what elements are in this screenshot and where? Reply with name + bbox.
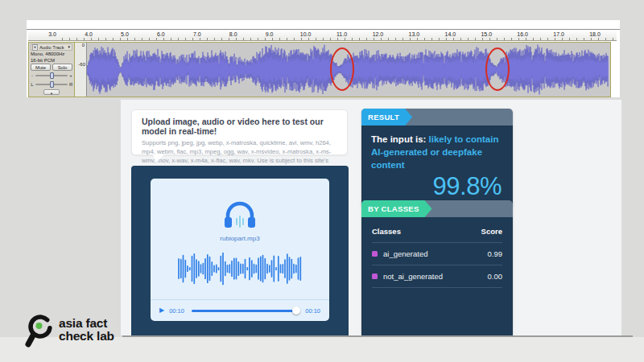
class-row-not-ai-generated: not_ai_generated 0.00	[372, 265, 502, 287]
detector-webpage: Upload image, audio or video here to tes…	[121, 100, 621, 335]
class-row-ai-generated: ai_generated 0.99	[372, 243, 502, 265]
magnifier-logo-icon	[24, 311, 55, 348]
pan-right-label: R	[69, 82, 72, 87]
vertical-ruler: 0 -60	[75, 43, 87, 97]
class-bullet-icon	[372, 274, 378, 279]
timeline-label: 12.0	[373, 31, 384, 37]
pan-slider[interactable]: L R	[31, 80, 72, 88]
timeline-label: 15.0	[481, 31, 492, 37]
result-tag: RESULT	[361, 109, 412, 125]
audio-player: rubiopart.mp3 ▶ 00:10 00:10	[131, 166, 349, 335]
page-bottom-divider	[122, 335, 633, 337]
timeline-label: 7.0	[193, 31, 201, 37]
track-close-button[interactable]: ×	[32, 44, 38, 51]
total-time: 00:10	[305, 307, 320, 315]
timeline-label: 5.0	[121, 31, 129, 37]
gain-slider-thumb[interactable]	[50, 72, 54, 79]
track-bitdepth-label: 16-bit PCM	[31, 57, 72, 64]
gain-plus-label: +	[69, 73, 72, 78]
audio-player-card: rubiopart.mp3 ▶ 00:10 00:10	[151, 179, 329, 321]
by-classes-header: BY CLASSES	[361, 200, 513, 217]
pan-slider-thumb[interactable]	[50, 81, 54, 88]
annotation-circle	[330, 47, 354, 91]
afcl-logo: asia fact check lab	[24, 311, 114, 348]
result-header: RESULT	[361, 109, 513, 125]
player-controls: ▶ 00:10 00:10	[151, 299, 329, 321]
current-time: 00:10	[169, 307, 184, 315]
timeline-label: 13.0	[409, 31, 420, 37]
timeline-label: 14.0	[444, 31, 456, 37]
timeline-label: 3.0	[48, 31, 56, 37]
timeline-label: 11.0	[336, 31, 347, 37]
class-bullet-icon	[372, 251, 378, 257]
track-control-panel: × Audio Track ▼ Mono, 48000Hz 16-bit PCM…	[29, 43, 75, 97]
gain-slider[interactable]: - +	[31, 72, 72, 80]
solo-button[interactable]: Solo	[52, 64, 72, 71]
timeline-label: 17.0	[553, 31, 564, 37]
track-collapse-button[interactable]: ▲	[43, 89, 60, 95]
ruler-minus60-label: -60	[78, 62, 85, 67]
audio-waveform-thumbnail	[177, 249, 303, 288]
classes-table-header: Classes Score	[372, 222, 502, 242]
pan-slider-groove[interactable]	[35, 84, 68, 85]
gain-minus-label: -	[31, 73, 34, 78]
timeline-label: 4.0	[85, 31, 93, 37]
screenshot-root: 3.04.05.06.07.08.09.010.011.012.013.014.…	[0, 0, 644, 362]
timeline-ruler[interactable]: 3.04.05.06.07.08.09.010.011.012.013.014.…	[28, 31, 617, 41]
play-button[interactable]: ▶	[159, 307, 164, 314]
ruler-zero-label: 0	[82, 43, 85, 47]
timeline-label: 16.0	[517, 31, 528, 37]
waveform-display[interactable]	[87, 43, 610, 97]
timeline-label: 18.0	[589, 31, 601, 37]
track-title-bar[interactable]: × Audio Track ▼	[31, 43, 72, 51]
confidence-percentage: 99.8%	[371, 172, 503, 201]
track-format-label: Mono, 48000Hz	[31, 51, 72, 57]
seek-knob[interactable]	[292, 306, 300, 315]
timeline-label: 9.0	[266, 31, 274, 37]
annotation-circle	[485, 47, 510, 91]
audio-editor: 3.04.05.06.07.08.09.010.011.012.013.014.…	[27, 20, 620, 97]
audio-track: × Audio Track ▼ Mono, 48000Hz 16-bit PCM…	[28, 42, 611, 97]
track-title: Audio Track	[39, 45, 64, 50]
classes-column-header: Classes	[372, 227, 401, 236]
score-column-header: Score	[481, 227, 502, 236]
by-classes-tag: BY CLASSES	[361, 200, 432, 217]
result-panel: RESULT The input is: likely to contain A…	[361, 109, 513, 208]
headphones-icon	[221, 200, 258, 230]
upload-dropzone[interactable]: Upload image, audio or video here to tes…	[131, 109, 348, 155]
editor-top-divider	[27, 29, 620, 30]
timeline-label: 10.0	[300, 31, 312, 37]
gain-slider-groove[interactable]	[35, 75, 68, 76]
by-classes-panel: BY CLASSES Classes Score ai_generated 0.…	[361, 200, 513, 335]
mute-button[interactable]: Mute	[31, 64, 51, 71]
track-menu-dropdown-icon[interactable]: ▼	[68, 45, 71, 49]
pan-left-label: L	[31, 82, 34, 87]
upload-title: Upload image, audio or video here to tes…	[142, 117, 337, 136]
seek-bar[interactable]	[192, 310, 298, 312]
result-verdict-text: The input is: likely to contain AI-gener…	[371, 133, 503, 171]
timeline-label: 8.0	[229, 31, 237, 37]
logo-wordmark: asia fact check lab	[59, 317, 114, 343]
audio-filename: rubiopart.mp3	[151, 235, 329, 242]
timeline-label: 6.0	[157, 31, 165, 37]
